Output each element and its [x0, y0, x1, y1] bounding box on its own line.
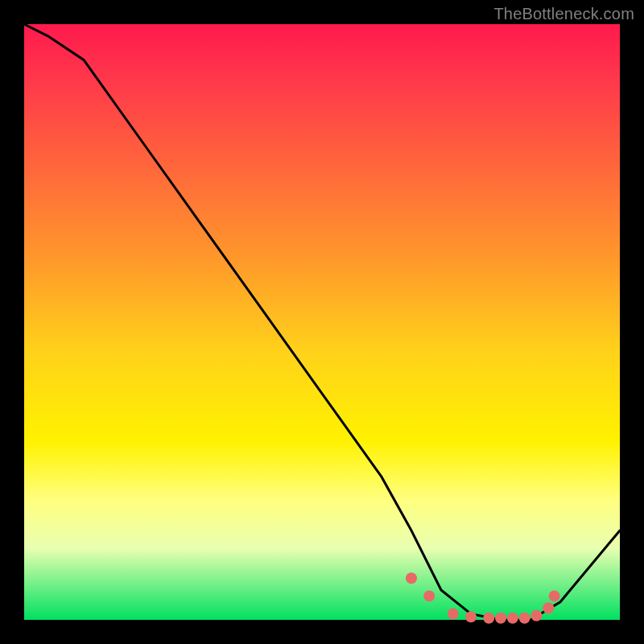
highlight-dot — [406, 572, 417, 584]
highlight-dot — [448, 609, 459, 620]
highlight-dot — [519, 613, 530, 624]
watermark-text: TheBottleneck.com — [493, 5, 634, 23]
highlight-dot — [465, 611, 477, 622]
highlight-dot — [423, 590, 435, 601]
bottleneck-curve — [24, 24, 620, 620]
highlight-dot — [483, 613, 494, 624]
highlight-dot — [543, 602, 554, 613]
highlight-dot — [549, 590, 560, 601]
highlight-dot — [530, 610, 542, 621]
highlight-dot — [507, 613, 518, 624]
chart-svg — [24, 24, 620, 620]
outer-frame: TheBottleneck.com — [0, 0, 644, 644]
highlight-dot — [495, 613, 506, 624]
